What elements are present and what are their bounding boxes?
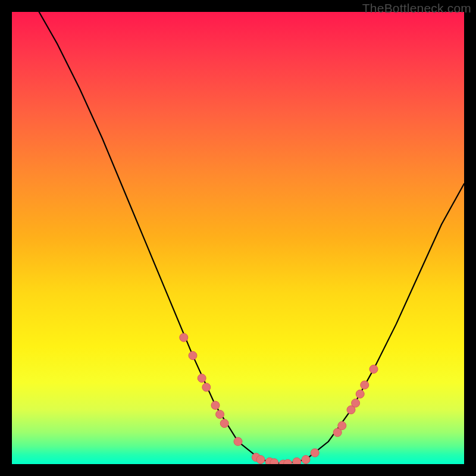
curve-marker <box>256 455 265 464</box>
curve-marker <box>189 352 197 360</box>
watermark-text: TheBottleneck.com <box>362 1 471 15</box>
curve-marker <box>356 390 364 398</box>
curve-marker <box>352 399 360 407</box>
curve-marker <box>311 449 319 457</box>
curve-markers <box>180 333 378 464</box>
curve-marker <box>220 419 228 428</box>
curve-marker <box>234 437 242 446</box>
bottleneck-curve <box>39 12 464 464</box>
curve-marker <box>369 365 378 373</box>
curve-marker <box>293 458 301 464</box>
curve-marker <box>202 383 211 392</box>
curve-marker <box>180 333 188 342</box>
curve-marker <box>270 459 278 464</box>
curve-marker <box>211 401 220 409</box>
curve-marker <box>361 381 369 389</box>
plot-area <box>12 12 464 464</box>
curve-marker <box>302 455 310 464</box>
curve-layer <box>12 12 464 464</box>
curve-marker <box>338 421 346 430</box>
chart-frame <box>12 12 464 464</box>
curve-marker <box>216 410 224 418</box>
curve-marker <box>198 374 206 383</box>
